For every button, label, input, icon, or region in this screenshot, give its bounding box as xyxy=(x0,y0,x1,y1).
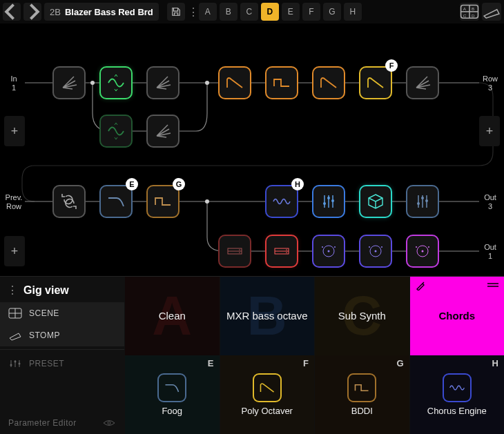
block-env-r1-2[interactable] xyxy=(312,66,345,99)
tile-f-label: Poly Octaver xyxy=(242,406,293,417)
bottom-panel: ⋮ Gig view SCENE STOMP PRESET Parameter … xyxy=(0,276,504,434)
param-editor-label: Parameter Editor xyxy=(8,418,77,428)
scene-a-button[interactable]: A xyxy=(199,3,217,21)
tile-f-icon xyxy=(253,373,282,402)
svg-text:C: C xyxy=(463,13,467,18)
tile-c-label: Sub Synth xyxy=(338,310,386,322)
badge-f: F xyxy=(385,59,398,72)
tile-h-label: Chorus Engine xyxy=(427,406,487,417)
preset-number: 2B xyxy=(50,7,61,17)
block-fx-r4-3[interactable] xyxy=(406,235,439,268)
block-bddi-r3[interactable]: G xyxy=(146,185,180,218)
tile-e-label: Foog xyxy=(162,406,182,417)
block-fx-r4-1[interactable] xyxy=(312,235,345,268)
add-row-left-2[interactable]: + xyxy=(4,236,25,266)
badge-e: E xyxy=(126,178,138,190)
scene-label: SCENE xyxy=(29,308,59,318)
tile-a-label: Clean xyxy=(159,310,186,322)
scene-g-button[interactable]: G xyxy=(323,3,341,21)
block-pitch-r1[interactable] xyxy=(99,66,133,99)
svg-point-31 xyxy=(10,364,12,366)
preset-icon xyxy=(8,358,22,369)
sidebar-item-preset[interactable]: PRESET xyxy=(0,353,124,375)
preset-label: PRESET xyxy=(29,359,64,368)
pedal-icon xyxy=(482,4,501,19)
tile-scene-b[interactable]: B MXR bass octave xyxy=(220,277,315,355)
more-icon[interactable]: ⋮ xyxy=(7,284,18,297)
svg-point-34 xyxy=(108,422,110,424)
gig-view-title: Gig view xyxy=(23,284,69,297)
block-splitter-r1-2[interactable] xyxy=(146,66,180,99)
svg-text:D: D xyxy=(472,13,475,18)
scene-c-button[interactable]: C xyxy=(240,3,258,21)
sidebar-item-stomp[interactable]: STOMP xyxy=(0,324,124,346)
row-label: Row3 xyxy=(481,75,500,92)
nav-prev-button[interactable] xyxy=(3,3,21,21)
tile-b-label: MXR bass octave xyxy=(226,310,308,322)
block-eq-r3[interactable] xyxy=(312,185,345,218)
tile-e-icon xyxy=(157,373,186,402)
scene-h-button[interactable]: H xyxy=(344,3,362,21)
pedal-icon xyxy=(8,330,22,341)
block-rack-r4-1[interactable] xyxy=(218,235,251,268)
block-splitter-r2[interactable] xyxy=(146,115,180,148)
tile-g-label: BDDI xyxy=(351,406,373,417)
scene-grid-icon xyxy=(8,308,22,319)
tile-h-icon xyxy=(443,373,472,402)
svg-point-33 xyxy=(19,363,21,365)
block-poly-octaver-r1[interactable]: F xyxy=(359,66,392,99)
out3-label: Out3 xyxy=(481,193,500,211)
block-fx-r4-2[interactable] xyxy=(359,235,392,268)
svg-text:B: B xyxy=(472,6,474,11)
tile-scene-d[interactable]: Chords xyxy=(409,277,505,355)
svg-point-32 xyxy=(14,361,17,363)
topbar: 2B Blazer Bass Red Brd ⋮ A B C D E F G H… xyxy=(0,0,504,23)
floppy-icon xyxy=(171,7,181,17)
in-label: In1 xyxy=(6,75,22,92)
badge-h: H xyxy=(291,178,304,190)
scene-grid-button[interactable]: ABCD xyxy=(460,3,479,21)
block-wave-r1[interactable] xyxy=(265,66,298,99)
preset-title[interactable]: 2B Blazer Bass Red Brd xyxy=(44,3,159,21)
lines-icon xyxy=(487,282,498,289)
add-row-left-1[interactable]: + xyxy=(4,116,25,146)
block-chorus-r3[interactable]: H xyxy=(265,185,298,218)
tile-scene-a[interactable]: A Clean xyxy=(124,277,220,355)
prev-row-label: Prev.Row xyxy=(3,193,25,211)
block-eq-r3-2[interactable] xyxy=(406,185,439,218)
more-menu-icon[interactable]: ⋮ xyxy=(188,6,196,19)
preset-name: Blazer Bass Red Brd xyxy=(65,7,153,17)
svg-text:A: A xyxy=(463,6,467,11)
tile-scene-c[interactable]: C Sub Synth xyxy=(314,277,409,355)
gig-sidebar: ⋮ Gig view SCENE STOMP PRESET Parameter … xyxy=(0,277,124,434)
tile-stomp-f[interactable]: F Poly Octaver xyxy=(220,355,315,434)
scene-d-button[interactable]: D xyxy=(261,3,279,21)
scene-e-button[interactable]: E xyxy=(282,3,300,21)
out1-label: Out1 xyxy=(481,243,500,261)
sidebar-item-param-editor[interactable]: Parameter Editor xyxy=(0,412,124,434)
tile-stomp-e[interactable]: E Foog xyxy=(124,355,220,434)
sidebar-item-scene[interactable]: SCENE xyxy=(0,302,124,324)
stomp-mode-button[interactable] xyxy=(482,3,501,21)
block-splitter-r1-3[interactable] xyxy=(406,66,439,99)
scene-f-button[interactable]: F xyxy=(302,3,320,21)
block-rack-r4-2[interactable] xyxy=(265,235,298,268)
block-foog-r3[interactable]: E xyxy=(99,185,133,218)
tile-stomp-g[interactable]: G BDDI xyxy=(314,355,409,434)
tile-stomp-h[interactable]: H Chorus Engine xyxy=(409,355,505,434)
pencil-icon xyxy=(416,281,425,290)
stomp-label: STOMP xyxy=(29,331,60,340)
block-env-r1-1[interactable] xyxy=(218,66,251,99)
block-cab-r3[interactable] xyxy=(359,185,392,218)
nav-next-button[interactable] xyxy=(23,3,41,21)
badge-g: G xyxy=(173,178,185,190)
save-button[interactable] xyxy=(167,3,185,21)
block-pitch-r2[interactable] xyxy=(99,115,133,148)
gig-tiles: A Clean B MXR bass octave C Sub Synth Ch… xyxy=(124,277,504,434)
add-row-right-1[interactable]: + xyxy=(479,116,500,146)
grid-icon: ABCD xyxy=(460,4,479,19)
block-loop-r3[interactable] xyxy=(52,185,86,218)
signal-canvas[interactable]: In1 Row3 + + Prev.Row Out3 + Out1 xyxy=(0,23,504,276)
scene-b-button[interactable]: B xyxy=(220,3,238,21)
block-splitter-r1-1[interactable] xyxy=(52,66,86,99)
